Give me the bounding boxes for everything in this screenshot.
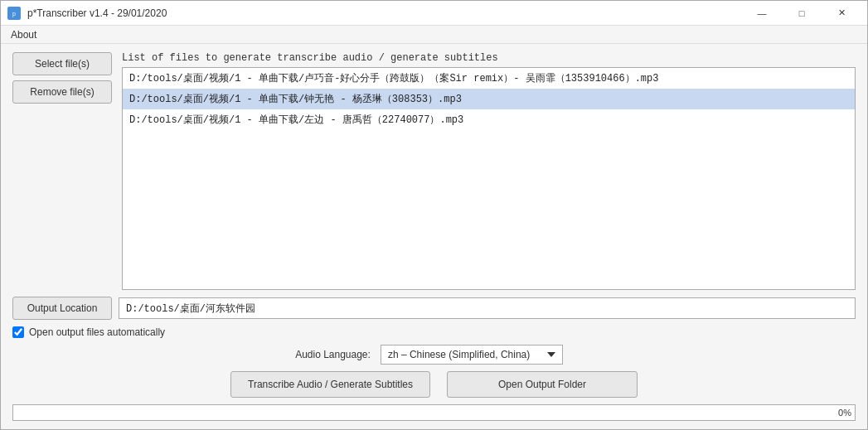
checkbox-section: Open output files automatically [12, 326, 856, 338]
language-section: Audio Language: zh – Chinese (Simplified… [12, 345, 856, 365]
app-window: p p*Transcriber v1.4 - 29/01/2020 — □ ✕ … [0, 0, 868, 430]
list-item[interactable]: D:/tools/桌面/视频/1 - 单曲下载/钟无艳 - 杨丞琳（308353… [123, 89, 855, 109]
file-list-label: List of files to generate transcribe aud… [122, 52, 856, 64]
title-bar: p p*Transcriber v1.4 - 29/01/2020 — □ ✕ [1, 1, 867, 26]
progress-label: 0% [838, 408, 851, 418]
auto-open-label: Open output files automatically [29, 326, 165, 338]
progress-bar-container: 0% [12, 404, 856, 421]
remove-files-button[interactable]: Remove file(s) [12, 80, 112, 104]
transcribe-button[interactable]: Transcribe Audio / Generate Subtitles [230, 371, 430, 398]
open-output-folder-button[interactable]: Open Output Folder [447, 371, 638, 398]
title-bar-left: p p*Transcriber v1.4 - 29/01/2020 [7, 7, 743, 20]
right-panel: List of files to generate transcribe aud… [122, 52, 856, 290]
svg-text:p: p [12, 11, 16, 17]
main-content: Select file(s) Remove file(s) List of fi… [1, 44, 867, 429]
close-button[interactable]: ✕ [822, 1, 861, 26]
auto-open-checkbox[interactable] [12, 326, 24, 338]
list-item[interactable]: D:/tools/桌面/视频/1 - 单曲下载/卢巧音-好心分手（跨鼓版）（案S… [123, 68, 855, 89]
window-title: p*Transcriber v1.4 - 29/01/2020 [27, 7, 167, 19]
language-label: Audio Language: [295, 349, 371, 360]
window-controls: — □ ✕ [743, 1, 861, 26]
menu-bar: About [1, 26, 867, 44]
app-icon: p [7, 7, 21, 20]
output-location-button[interactable]: Output Location [12, 297, 112, 320]
output-path-input[interactable] [119, 297, 856, 319]
top-section: Select file(s) Remove file(s) List of fi… [12, 52, 856, 290]
about-menu-item[interactable]: About [4, 27, 43, 42]
minimize-button[interactable]: — [743, 1, 781, 26]
list-item[interactable]: D:/tools/桌面/视频/1 - 单曲下载/左边 - 唐禹哲（2274007… [123, 109, 855, 130]
output-section: Output Location [12, 297, 856, 320]
language-select[interactable]: zh – Chinese (Simplified, China)en – Eng… [381, 345, 563, 365]
maximize-button[interactable]: □ [783, 1, 821, 26]
left-buttons: Select file(s) Remove file(s) [12, 52, 112, 290]
progress-section: 0% [12, 404, 856, 421]
buttons-row: Transcribe Audio / Generate Subtitles Op… [12, 371, 856, 398]
select-files-button[interactable]: Select file(s) [12, 52, 112, 75]
file-list[interactable]: D:/tools/桌面/视频/1 - 单曲下载/卢巧音-好心分手（跨鼓版）（案S… [122, 67, 856, 290]
